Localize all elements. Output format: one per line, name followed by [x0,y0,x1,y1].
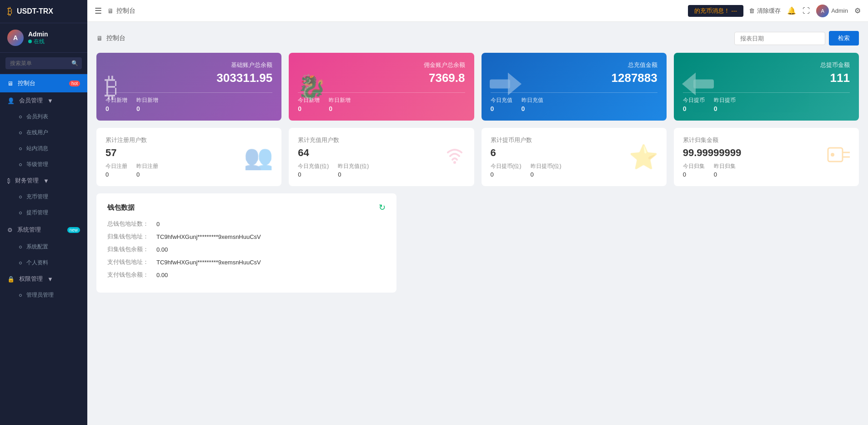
sidebar-item-site-messages[interactable]: 站内消息 [0,141,87,157]
member-icon: 👤 [7,97,15,104]
base-balance-value: 303311.95 [105,71,272,85]
refresh-icon[interactable]: ↻ [379,202,386,212]
dot-icon [19,116,22,118]
tag-icon [827,143,851,171]
base-balance-card: ₿ 基础账户总余额 303311.95 今日新增 0 昨日新增 0 [96,53,281,121]
sidebar-item-admin-mgmt[interactable]: 管理员管理 [0,287,87,303]
dot-icon [19,163,22,166]
sidebar-item-system-mgmt[interactable]: ⚙ 系统管理 new [0,221,87,239]
wallet-total-address-value: 0 [156,221,160,228]
sidebar-item-personal-info[interactable]: 个人资料 [0,255,87,271]
bitcoin-icon: ₿ [7,177,10,184]
search-input[interactable] [5,57,82,69]
stats-row-1: ₿ 基础账户总余额 303311.95 今日新增 0 昨日新增 0 🐉 [96,53,859,121]
sidebar-item-member-list[interactable]: 会员列表 [0,109,87,125]
trash-icon: 🗑 [749,7,755,14]
notification-bar: 的充币消息！ --- [688,5,744,17]
breadcrumb-icon: 🖥 [107,7,114,15]
search-button[interactable]: 检索 [829,31,859,46]
sidebar-item-system-config[interactable]: 系统配置 [0,239,87,255]
star-icon: ⭐ [629,143,658,171]
date-filter: 检索 [734,31,859,46]
svg-marker-3 [682,72,696,95]
sidebar-item-online-users[interactable]: 在线用户 [0,125,87,141]
dot-icon [19,262,22,264]
username-label: Admin [28,30,48,38]
total-withdraw-footer: 今日提币 0 昨日提币 0 [683,92,850,112]
user-status: 在线 [28,38,48,46]
base-balance-footer: 今日新增 0 昨日新增 0 [105,92,272,112]
base-balance-label: 基础账户总余额 [105,61,272,69]
sidebar-item-member-mgmt[interactable]: 👤 会员管理 ▼ [0,92,87,109]
topbar: ☰ 🖥 控制台 的充币消息！ --- 🗑 清除缓存 🔔 ⛶ A Admin ⚙ [87,0,868,22]
breadcrumb-label: 控制台 [116,7,135,15]
app-title: USDT-TRX [17,7,53,15]
sidebar-item-level-mgmt[interactable]: 等级管理 [0,157,87,172]
sidebar-item-recharge-mgmt[interactable]: 充币管理 [0,189,87,205]
wallet-collect-address-value: TC9hfwHXGunj*********9xemsnHuuCsV [156,233,261,240]
topbar-avatar: A [816,5,829,17]
new-badge: new [67,227,80,233]
total-collected-value: 99.99999999 [683,147,850,159]
svg-rect-5 [828,148,843,162]
svg-point-4 [453,161,456,164]
svg-point-8 [831,153,834,157]
wallet-pay-balance-row: 支付钱包余额： 0.00 [107,271,386,279]
page-title: 控制台 [106,34,125,42]
wallet-collect-balance-row: 归集钱包余额： 0.00 [107,245,386,253]
coin-balance-card: 🐉 佣金账户总余额 7369.8 今日新增 0 昨日新增 0 [289,53,474,121]
total-recharge-card: 总充值金额 1287883 今日充值 0 昨日充值 0 [482,53,667,121]
total-collected-footer: 今日归集 0 昨日归集 0 [683,162,850,178]
sidebar-header: ₿ USDT-TRX [0,0,87,23]
total-withdraw-label: 总提币金额 [683,61,850,69]
sidebar-item-withdraw-mgmt[interactable]: 提币管理 [0,205,87,221]
page-header: 🖥 控制台 检索 [96,31,859,46]
fullscreen-icon[interactable]: ⛶ [803,7,810,15]
settings-icon[interactable]: ⚙ [854,6,861,15]
coin-balance-label: 佣金账户总余额 [298,61,465,69]
lock-icon: 🔒 [7,276,15,283]
sidebar-search-section: 🔍 [0,53,87,74]
recharge-users-value: 64 [298,147,465,159]
main-content: ☰ 🖥 控制台 的充币消息！ --- 🗑 清除缓存 🔔 ⛶ A Admin ⚙ [87,0,868,425]
users-icon: 👥 [244,143,273,171]
svg-marker-1 [508,72,522,95]
wallet-pay-address-label: 支付钱包地址： [107,258,153,266]
date-input[interactable] [734,32,825,45]
admin-user-button[interactable]: A Admin [816,5,848,17]
menu-toggle-button[interactable]: ☰ [95,6,102,16]
total-collected-card: 累计归集金额 99.99999999 今日归集 0 昨日归集 0 [674,128,859,186]
total-recharge-label: 总充值金额 [491,61,657,69]
sidebar-item-label: 控制台 [18,79,35,87]
wallet-title: 钱包数据 [107,203,135,212]
wifi-icon [443,143,466,171]
bell-icon[interactable]: 🔔 [787,6,796,15]
svg-rect-2 [693,79,714,88]
dot-icon [19,294,22,297]
wallet-collect-address-row: 归集钱包地址： TC9hfwHXGunj*********9xemsnHuuCs… [107,233,386,241]
wallet-pay-balance-value: 0.00 [156,272,168,278]
wallet-pay-address-value: TC9hfwHXGunj*********9xemsnHuuCsV [156,259,261,266]
sidebar-item-dashboard[interactable]: 🖥 控制台 hot [0,74,87,92]
sidebar-user-section: A Admin 在线 [0,23,87,53]
dashboard-icon: 🖥 [7,80,13,87]
page-title-icon: 🖥 [96,35,103,42]
clear-cache-button[interactable]: 🗑 清除缓存 [749,7,781,15]
dot-icon [19,196,22,198]
hot-badge: hot [69,81,80,86]
svg-rect-0 [490,79,510,88]
recharge-users-label: 累计充值用户数 [298,136,465,144]
total-collected-label: 累计归集金额 [683,136,850,144]
chevron-down-icon: ▼ [43,177,49,184]
coin-balance-footer: 今日新增 0 昨日新增 0 [298,92,465,112]
sidebar-item-permission-mgmt[interactable]: 🔒 权限管理 ▼ [0,271,87,287]
info-row-2: 👥 累计注册用户数 57 今日注册 0 昨日注册 0 [96,128,859,186]
sidebar: ₿ USDT-TRX A Admin 在线 🔍 🖥 控制台 hot 👤 会员管理 [0,0,87,425]
dot-icon [19,246,22,248]
dot-icon [19,132,22,134]
dot-icon [19,212,22,214]
content-area: 🖥 控制台 检索 ₿ 基础账户总余额 303311.95 今日新增 0 [87,22,868,425]
sidebar-item-label: 会员管理 [19,96,43,105]
wallet-total-address-label: 总钱包地址数： [107,220,153,228]
sidebar-item-finance-mgmt[interactable]: ₿ 财务管理 ▼ [0,172,87,189]
